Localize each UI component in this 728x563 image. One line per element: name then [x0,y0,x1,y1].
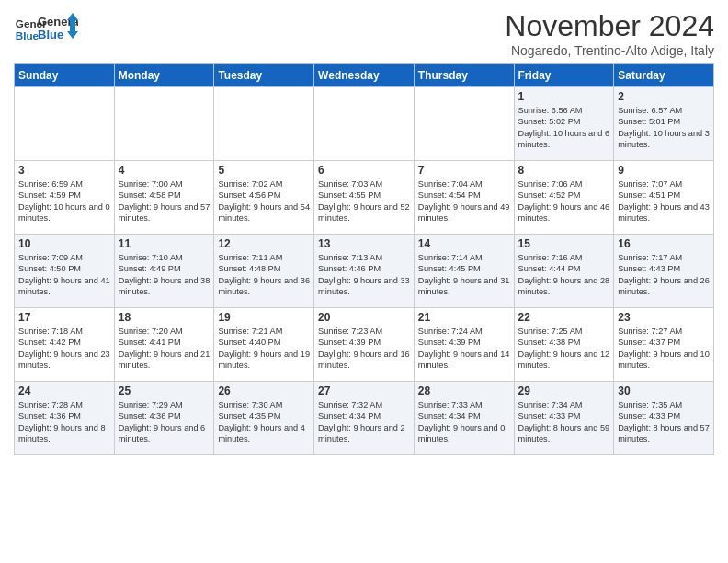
calendar-cell-1-5: 8Sunrise: 7:06 AMSunset: 4:52 PMDaylight… [514,161,614,235]
day-number: 7 [418,164,510,177]
header-wednesday: Wednesday [314,64,415,87]
calendar-week-2: 10Sunrise: 7:09 AMSunset: 4:50 PMDayligh… [15,235,714,308]
day-info: Sunrise: 7:29 AMSunset: 4:36 PMDaylight:… [119,399,210,445]
calendar-cell-2-5: 15Sunrise: 7:16 AMSunset: 4:44 PMDayligh… [514,235,614,308]
day-info: Sunrise: 7:13 AMSunset: 4:46 PMDaylight:… [318,252,410,298]
header: General Blue General Blue November 2024 … [14,9,714,58]
calendar-body: 1Sunrise: 6:56 AMSunset: 5:02 PMDaylight… [15,87,714,455]
calendar-cell-1-1: 4Sunrise: 7:00 AMSunset: 4:58 PMDaylight… [114,161,214,235]
calendar-cell-3-5: 22Sunrise: 7:25 AMSunset: 4:38 PMDayligh… [514,308,614,382]
day-info: Sunrise: 7:00 AMSunset: 4:58 PMDaylight:… [119,178,210,224]
day-number: 22 [518,311,610,324]
calendar-cell-0-1 [114,87,214,161]
day-number: 26 [218,385,310,397]
day-number: 6 [318,164,410,177]
calendar-cell-0-3 [314,87,415,161]
calendar-cell-2-4: 14Sunrise: 7:14 AMSunset: 4:45 PMDayligh… [414,235,514,308]
day-info: Sunrise: 7:30 AMSunset: 4:35 PMDaylight:… [218,399,310,445]
header-friday: Friday [514,64,614,87]
day-info: Sunrise: 7:34 AMSunset: 4:33 PMDaylight:… [518,399,610,445]
day-number: 24 [18,385,110,397]
calendar-cell-0-2 [214,87,314,161]
day-number: 4 [119,164,210,177]
calendar-cell-3-0: 17Sunrise: 7:18 AMSunset: 4:42 PMDayligh… [15,308,115,382]
calendar-cell-1-4: 7Sunrise: 7:04 AMSunset: 4:54 PMDaylight… [414,161,514,235]
calendar-week-0: 1Sunrise: 6:56 AMSunset: 5:02 PMDaylight… [15,87,714,161]
svg-text:Blue: Blue [16,29,40,41]
calendar-table: Sunday Monday Tuesday Wednesday Thursday… [14,63,714,455]
day-info: Sunrise: 7:06 AMSunset: 4:52 PMDaylight:… [518,178,610,224]
header-monday: Monday [114,64,214,87]
calendar-cell-3-6: 23Sunrise: 7:27 AMSunset: 4:37 PMDayligh… [614,308,714,382]
calendar-cell-3-3: 20Sunrise: 7:23 AMSunset: 4:39 PMDayligh… [314,308,415,382]
day-info: Sunrise: 7:17 AMSunset: 4:43 PMDaylight:… [618,252,710,298]
calendar-cell-4-1: 25Sunrise: 7:29 AMSunset: 4:36 PMDayligh… [114,382,214,455]
page-container: General Blue General Blue November 2024 … [0,0,728,465]
day-number: 20 [318,311,410,324]
day-info: Sunrise: 7:25 AMSunset: 4:38 PMDaylight:… [518,326,610,372]
day-info: Sunrise: 7:14 AMSunset: 4:45 PMDaylight:… [418,252,510,298]
logo-graphic: General Blue [38,9,78,50]
calendar-cell-4-2: 26Sunrise: 7:30 AMSunset: 4:35 PMDayligh… [214,382,314,455]
day-info: Sunrise: 7:02 AMSunset: 4:56 PMDaylight:… [218,178,310,224]
day-info: Sunrise: 7:09 AMSunset: 4:50 PMDaylight:… [18,252,110,298]
day-info: Sunrise: 7:33 AMSunset: 4:34 PMDaylight:… [418,399,510,445]
day-info: Sunrise: 7:27 AMSunset: 4:37 PMDaylight:… [618,326,710,372]
calendar-cell-0-5: 1Sunrise: 6:56 AMSunset: 5:02 PMDaylight… [514,87,614,161]
day-number: 18 [119,311,210,324]
calendar-cell-2-0: 10Sunrise: 7:09 AMSunset: 4:50 PMDayligh… [15,235,115,308]
day-number: 5 [218,164,310,177]
day-number: 25 [119,385,210,397]
day-info: Sunrise: 6:57 AMSunset: 5:01 PMDaylight:… [618,105,710,151]
day-info: Sunrise: 7:16 AMSunset: 4:44 PMDaylight:… [518,252,610,298]
day-info: Sunrise: 6:59 AMSunset: 4:59 PMDaylight:… [18,178,110,224]
calendar-cell-1-6: 9Sunrise: 7:07 AMSunset: 4:51 PMDaylight… [614,161,714,235]
calendar-cell-4-3: 27Sunrise: 7:32 AMSunset: 4:34 PMDayligh… [314,382,415,455]
day-info: Sunrise: 6:56 AMSunset: 5:02 PMDaylight:… [518,105,610,151]
calendar-week-4: 24Sunrise: 7:28 AMSunset: 4:36 PMDayligh… [15,382,714,455]
day-info: Sunrise: 7:10 AMSunset: 4:49 PMDaylight:… [119,252,210,298]
calendar-cell-0-4 [414,87,514,161]
day-number: 15 [518,237,610,250]
day-info: Sunrise: 7:18 AMSunset: 4:42 PMDaylight:… [18,326,110,372]
day-number: 27 [318,385,410,397]
day-info: Sunrise: 7:23 AMSunset: 4:39 PMDaylight:… [318,326,410,372]
day-number: 9 [618,164,710,177]
calendar-cell-4-6: 30Sunrise: 7:35 AMSunset: 4:33 PMDayligh… [614,382,714,455]
calendar-cell-2-3: 13Sunrise: 7:13 AMSunset: 4:46 PMDayligh… [314,235,415,308]
day-info: Sunrise: 7:07 AMSunset: 4:51 PMDaylight:… [618,178,710,224]
day-info: Sunrise: 7:35 AMSunset: 4:33 PMDaylight:… [618,399,710,445]
day-number: 11 [119,237,210,250]
logo: General Blue General Blue [14,9,78,50]
calendar-cell-2-1: 11Sunrise: 7:10 AMSunset: 4:49 PMDayligh… [114,235,214,308]
day-info: Sunrise: 7:11 AMSunset: 4:48 PMDaylight:… [218,252,310,298]
header-saturday: Saturday [614,64,714,87]
day-info: Sunrise: 7:20 AMSunset: 4:41 PMDaylight:… [119,326,210,372]
day-info: Sunrise: 7:24 AMSunset: 4:39 PMDaylight:… [418,326,510,372]
header-sunday: Sunday [15,64,115,87]
day-info: Sunrise: 7:28 AMSunset: 4:36 PMDaylight:… [18,399,110,445]
day-info: Sunrise: 7:21 AMSunset: 4:40 PMDaylight:… [218,326,310,372]
calendar-cell-4-5: 29Sunrise: 7:34 AMSunset: 4:33 PMDayligh… [514,382,614,455]
calendar-cell-0-0 [15,87,115,161]
calendar-cell-2-2: 12Sunrise: 7:11 AMSunset: 4:48 PMDayligh… [214,235,314,308]
day-number: 17 [18,311,110,324]
day-number: 12 [218,237,310,250]
svg-text:Blue: Blue [38,28,63,41]
day-number: 1 [518,90,610,103]
calendar-week-1: 3Sunrise: 6:59 AMSunset: 4:59 PMDaylight… [15,161,714,235]
calendar-cell-3-4: 21Sunrise: 7:24 AMSunset: 4:39 PMDayligh… [414,308,514,382]
calendar-cell-4-0: 24Sunrise: 7:28 AMSunset: 4:36 PMDayligh… [15,382,115,455]
day-number: 2 [618,90,710,103]
day-number: 8 [518,164,610,177]
header-tuesday: Tuesday [214,64,314,87]
day-info: Sunrise: 7:04 AMSunset: 4:54 PMDaylight:… [418,178,510,224]
calendar-cell-1-0: 3Sunrise: 6:59 AMSunset: 4:59 PMDaylight… [15,161,115,235]
calendar-header-row: Sunday Monday Tuesday Wednesday Thursday… [15,64,714,87]
day-number: 16 [618,237,710,250]
day-number: 3 [18,164,110,177]
day-info: Sunrise: 7:03 AMSunset: 4:55 PMDaylight:… [318,178,410,224]
calendar-cell-1-2: 5Sunrise: 7:02 AMSunset: 4:56 PMDaylight… [214,161,314,235]
day-number: 13 [318,237,410,250]
location-title: Nogaredo, Trentino-Alto Adige, Italy [505,43,714,58]
